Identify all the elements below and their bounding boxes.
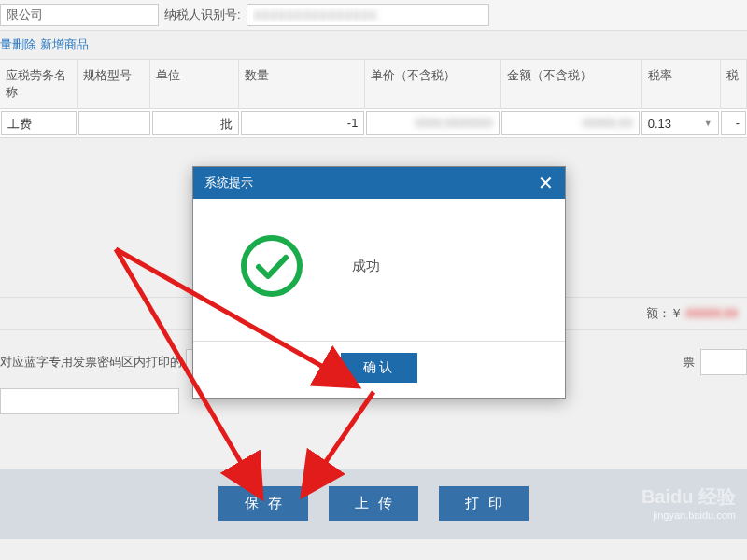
svg-point-0 [244,238,300,294]
col-amount: 金额（不含税） [501,60,642,108]
cell-rate-select[interactable]: 0.13 ▼ [641,111,719,135]
confirm-button[interactable]: 确认 [341,353,417,383]
dialog-header: 系统提示 ✕ [193,167,565,199]
col-spec: 规格型号 [78,60,151,108]
top-form-row: 纳税人识别号: [0,0,747,31]
cell-price[interactable]: 0000.0000000 [366,111,499,135]
batch-delete-link[interactable]: 量删除 [0,37,36,51]
watermark-brand: Baidu 经验 [641,484,736,510]
cell-name[interactable]: 工费 [1,111,77,135]
company-name-input[interactable] [0,4,159,26]
col-rate: 税率 [642,60,722,108]
action-links: 量删除 新增商品 [0,31,747,59]
upload-button[interactable]: 上传 [329,486,418,521]
watermark-url: jingyan.baidu.com [641,510,736,521]
dialog-message: 成功 [352,258,380,275]
col-unit: 单位 [150,60,238,108]
watermark: Baidu 经验 jingyan.baidu.com [641,484,736,521]
tax-id-input[interactable] [247,4,489,26]
dialog-body: 成功 [193,199,565,341]
chevron-down-icon: ▼ [704,119,712,128]
remain-value: -00000.00 [683,306,738,320]
cell-spec[interactable] [78,111,150,135]
table-row: 工费 批 -1 0000.0000000 00000.00 0.13 ▼ - [0,109,747,138]
blue-invoice-input-2[interactable] [700,349,747,375]
cell-unit[interactable]: 批 [152,111,239,135]
remain-label: 额：￥ [646,306,683,320]
col-tax: 税 [721,60,747,108]
col-qty: 数量 [239,60,366,108]
col-name: 应税劳务名称 [0,60,78,108]
tax-id-label: 纳税人识别号: [164,7,241,23]
cell-tax[interactable]: - [721,111,746,135]
save-button[interactable]: 保存 [218,486,308,521]
add-product-link[interactable]: 新增商品 [40,37,89,51]
dialog-title: 系统提示 [204,175,253,191]
col-price: 单价（不含税） [365,60,500,108]
success-check-icon [238,232,305,300]
cell-amount[interactable]: 00000.00 [501,111,640,135]
blue-invoice-suffix: 票 [683,354,695,371]
blue-invoice-prefix: 对应蓝字专用发票密码区内打印的 [0,354,182,371]
dialog-footer: 确认 [193,341,565,398]
cell-rate-value: 0.13 [648,117,671,131]
bottom-button-bar: 保存 上传 打印 [0,469,747,539]
blue-invoice-input-3[interactable] [0,388,179,414]
close-icon[interactable]: ✕ [538,175,554,190]
print-button[interactable]: 打印 [439,486,529,521]
cell-qty[interactable]: -1 [241,111,365,135]
table-header: 应税劳务名称 规格型号 单位 数量 单价（不含税） 金额（不含税） 税率 税 [0,59,747,109]
system-prompt-dialog: 系统提示 ✕ 成功 确认 [192,166,566,399]
